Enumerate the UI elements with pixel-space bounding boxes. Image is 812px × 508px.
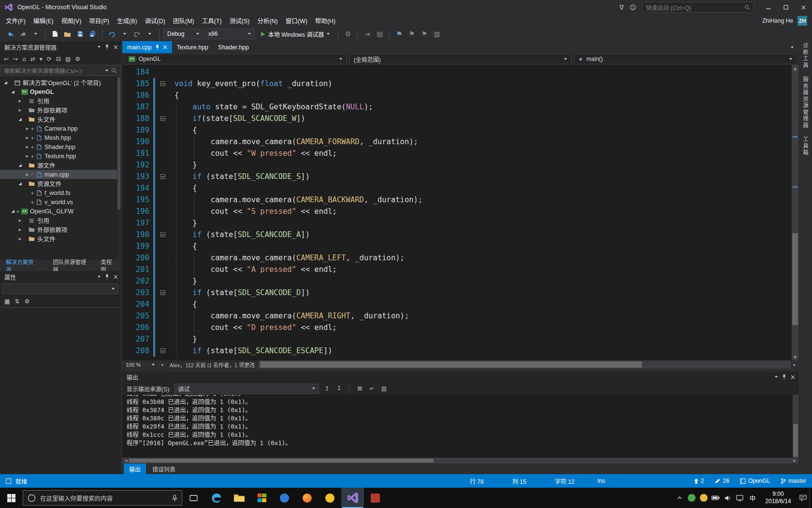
scroll-right-icon[interactable]: ▸	[791, 362, 798, 367]
tree-item[interactable]: ▶+Camera.hpp	[0, 124, 121, 133]
start-button[interactable]	[0, 488, 23, 508]
output-line[interactable]: 程序“[2016] OpenGL.exe”已退出，返回值为 1 (0x1)。	[127, 439, 798, 447]
output-horizontal-scrollbar[interactable]: ◂ ▸	[122, 458, 798, 463]
line-number[interactable]: 194	[122, 182, 149, 194]
code-token[interactable]: }	[174, 277, 197, 285]
ime-indicator[interactable]: 中	[746, 493, 759, 503]
code-token[interactable]	[174, 172, 192, 181]
code-line[interactable]: 198 if (state[SDL_SCANCODE_A])	[122, 229, 792, 240]
scroll-right-icon[interactable]: ▸	[791, 458, 798, 463]
tree-item[interactable]: ▶+Texture.hpp	[0, 151, 121, 161]
code-line[interactable]: 185void key_event_pro(float _duration)	[122, 78, 792, 90]
search-options-icon[interactable]	[105, 70, 108, 72]
code-token[interactable]: state = SDL_GetKeyboardState(	[211, 103, 346, 111]
fold-margin[interactable]	[155, 194, 172, 206]
code-token[interactable]: camera.move_camera(	[174, 137, 296, 146]
code-line[interactable]: 186{	[122, 90, 792, 101]
code-token[interactable]: cout <<	[174, 323, 246, 332]
expand-arrow-icon[interactable]: ◢	[10, 209, 15, 213]
code-text[interactable]: cout << "A pressed" << endl;	[172, 264, 792, 275]
status-column[interactable]: 列 15	[512, 477, 555, 485]
expand-arrow-icon[interactable]: ▶	[25, 173, 30, 177]
fold-collapse-icon[interactable]	[160, 81, 165, 86]
code-line[interactable]: 197 }	[122, 217, 792, 229]
tray-icon-green[interactable]	[685, 488, 697, 508]
code-token[interactable]: , _duration);	[364, 195, 422, 204]
output-text-area[interactable]: 线程 0x…… 已退出，返回值为 1 (0x1)。线程 0x3b08 已退出，返…	[122, 395, 798, 458]
navigation-history-dropdown-icon[interactable]	[30, 28, 41, 40]
show-desktop-button[interactable]	[809, 488, 812, 508]
line-number[interactable]: 201	[122, 264, 149, 275]
user-avatar[interactable]: ZH	[798, 16, 807, 26]
code-token[interactable]: (state[	[202, 346, 238, 355]
window-position-icon[interactable]	[98, 276, 101, 278]
fold-margin[interactable]	[155, 159, 172, 171]
line-number[interactable]: 189	[122, 124, 149, 136]
code-token[interactable]: camera.move_camera(	[174, 312, 296, 320]
code-token[interactable]	[174, 346, 192, 355]
microphone-icon[interactable]	[172, 494, 177, 502]
pin-icon[interactable]	[105, 44, 109, 50]
code-token[interactable]: CAMERA_LEFT	[296, 254, 346, 262]
editor-horizontal-scrollbar[interactable]	[259, 360, 791, 369]
code-text[interactable]: camera.move_camera(CAMERA_FORWARD, _dura…	[172, 136, 792, 148]
menu-item[interactable]: 团队(M)	[169, 15, 198, 27]
line-number[interactable]: 207	[122, 333, 149, 345]
repository-indicator[interactable]: OpenGL	[740, 478, 770, 484]
tree-item[interactable]: ▶✓main.cpp	[0, 170, 121, 179]
save-icon[interactable]	[74, 28, 86, 40]
toggle-bookmark-icon[interactable]: ⚑	[393, 28, 405, 40]
autoscroll-icon[interactable]: ▤	[379, 385, 388, 392]
home-icon[interactable]: ⌂	[22, 56, 26, 62]
code-line[interactable]: 207 }	[122, 333, 792, 345]
fold-collapse-icon[interactable]	[160, 290, 165, 295]
code-token[interactable]: "S pressed"	[246, 207, 296, 216]
code-token[interactable]: camera.move_camera(	[174, 195, 296, 204]
code-token[interactable]: ])	[296, 114, 305, 123]
fold-margin[interactable]	[155, 264, 172, 275]
code-text[interactable]: cout << "S pressed" << endl;	[172, 206, 792, 217]
tree-item[interactable]: ▶⊞引用	[0, 216, 121, 225]
code-text[interactable]: void key_event_pro(float _duration)	[172, 78, 792, 90]
line-number[interactable]: 196	[122, 206, 149, 217]
status-insert-mode[interactable]: Ins	[597, 478, 640, 484]
expand-arrow-icon[interactable]: ▶	[25, 136, 30, 140]
scroll-down-icon[interactable]: ▼	[792, 354, 798, 360]
code-text[interactable]: if(state[SDL_SCANCODE_W])	[172, 113, 792, 124]
code-editor[interactable]: 184185void key_event_pro(float _duration…	[122, 65, 798, 360]
close-icon[interactable]	[163, 45, 167, 49]
fold-margin[interactable]	[155, 310, 172, 322]
code-token[interactable]: ])	[301, 230, 310, 239]
fold-margin[interactable]	[155, 66, 172, 78]
code-token[interactable]: camera.move_camera(	[174, 254, 296, 262]
code-token[interactable]: SDL_SCANCODE_W	[233, 114, 296, 123]
action-center-button[interactable]	[797, 488, 809, 508]
volume-icon[interactable]	[722, 488, 734, 508]
code-token[interactable]: ])	[301, 172, 310, 181]
line-number[interactable]: 187	[122, 101, 149, 113]
close-icon[interactable]	[114, 275, 118, 279]
attach-to-process-icon[interactable]: ⚙	[342, 28, 353, 40]
code-token[interactable]	[174, 103, 192, 111]
switch-views-icon[interactable]: ⇄	[30, 56, 35, 62]
line-number[interactable]: 184	[122, 66, 149, 78]
code-token[interactable]: , _duration);	[350, 312, 409, 320]
new-file-icon[interactable]	[49, 28, 60, 40]
filter-dropdown-icon[interactable]: ▾	[40, 56, 43, 62]
scroll-left-icon[interactable]: ◂	[158, 362, 166, 367]
code-line[interactable]: 192 }	[122, 159, 792, 171]
code-token[interactable]: if	[192, 288, 202, 297]
solution-configuration-dropdown[interactable]: Debug	[163, 29, 203, 39]
line-number[interactable]: 206	[122, 322, 149, 333]
tree-item[interactable]: ◢资源文件	[0, 179, 121, 188]
code-token[interactable]: ])	[323, 346, 333, 355]
fold-collapse-icon[interactable]	[160, 116, 165, 121]
show-all-files-icon[interactable]: ▤	[65, 56, 71, 62]
undo-dropdown-icon[interactable]	[119, 28, 130, 40]
next-message-icon[interactable]: ↧	[334, 385, 343, 392]
output-line[interactable]: 线程 0x380c 已退出，返回值为 1 (0x1)。	[127, 414, 798, 422]
code-text[interactable]: if (state[SDL_SCANCODE_D])	[172, 287, 792, 299]
branch-indicator[interactable]: master	[781, 478, 806, 484]
solution-explorer-header[interactable]: 解决方案资源管理器	[0, 41, 121, 53]
code-text[interactable]: cout << "W pressed" << endl;	[172, 148, 792, 159]
